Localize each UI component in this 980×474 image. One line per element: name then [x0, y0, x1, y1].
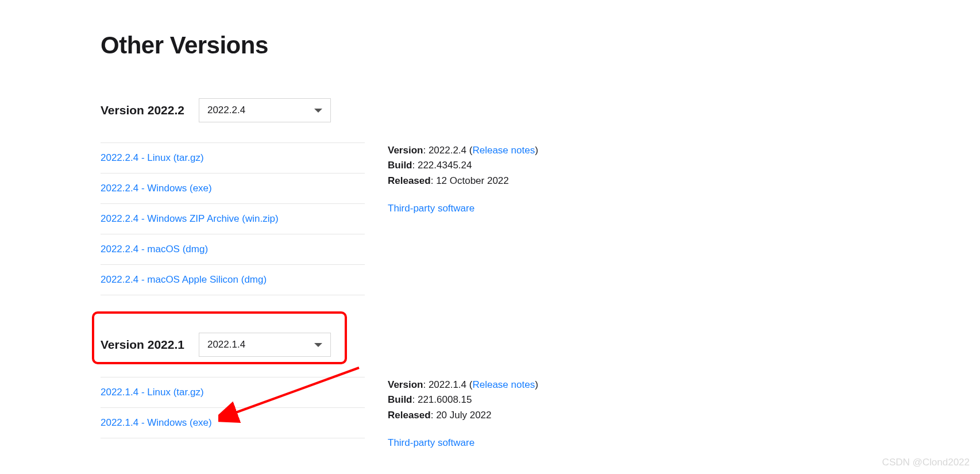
- meta-build-value: 221.6008.15: [418, 394, 472, 405]
- list-item: 2022.1.4 - Windows (exe): [101, 407, 365, 438]
- download-link-macos[interactable]: 2022.2.4 - macOS (dmg): [101, 244, 208, 255]
- third-party-link[interactable]: Third-party software: [388, 437, 474, 448]
- list-item: 2022.2.4 - Linux (tar.gz): [101, 142, 365, 173]
- version-dropdown[interactable]: 2022.2.4: [199, 98, 331, 122]
- download-list: 2022.1.4 - Linux (tar.gz) 2022.1.4 - Win…: [101, 377, 365, 450]
- download-link-windows-exe[interactable]: 2022.2.4 - Windows (exe): [101, 183, 212, 194]
- meta-version-label: Version: [388, 145, 423, 156]
- version-section-2022-2: Version 2022.2 2022.2.4 2022.2.4 - Linux…: [101, 98, 980, 295]
- version-label: Version 2022.1: [101, 338, 184, 352]
- watermark-text: CSDN @Clond2022: [882, 457, 970, 468]
- meta-version-value: 2022.1.4: [429, 379, 466, 390]
- version-section-2022-1: Version 2022.1 2022.1.4 2022.1.4 - Linux…: [101, 333, 980, 450]
- meta-panel: Version: 2022.2.4 (Release notes) Build:…: [388, 142, 538, 295]
- version-dropdown[interactable]: 2022.1.4: [199, 333, 331, 357]
- meta-released-value: 20 July 2022: [436, 410, 491, 421]
- meta-version-label: Version: [388, 379, 423, 390]
- download-link-windows-zip[interactable]: 2022.2.4 - Windows ZIP Archive (win.zip): [101, 213, 279, 224]
- meta-released-label: Released: [388, 410, 431, 421]
- meta-panel: Version: 2022.1.4 (Release notes) Build:…: [388, 377, 538, 450]
- meta-build-label: Build: [388, 160, 412, 171]
- download-list: 2022.2.4 - Linux (tar.gz) 2022.2.4 - Win…: [101, 142, 365, 295]
- meta-build-value: 222.4345.24: [418, 160, 472, 171]
- version-label: Version 2022.2: [101, 103, 184, 117]
- list-item: 2022.1.4 - Linux (tar.gz): [101, 377, 365, 407]
- third-party-link[interactable]: Third-party software: [388, 203, 474, 214]
- dropdown-value: 2022.1.4: [207, 339, 245, 350]
- meta-version-value: 2022.2.4: [429, 145, 466, 156]
- list-item: 2022.2.4 - macOS Apple Silicon (dmg): [101, 264, 365, 295]
- dropdown-value: 2022.2.4: [207, 105, 245, 116]
- release-notes-link[interactable]: Release notes: [472, 145, 535, 156]
- release-notes-link[interactable]: Release notes: [472, 379, 535, 390]
- meta-released-value: 12 October 2022: [436, 175, 509, 186]
- download-link-linux[interactable]: 2022.1.4 - Linux (tar.gz): [101, 387, 204, 398]
- list-item: 2022.2.4 - Windows ZIP Archive (win.zip): [101, 203, 365, 234]
- list-item: 2022.2.4 - macOS (dmg): [101, 234, 365, 264]
- chevron-down-icon: [314, 109, 322, 113]
- meta-released-label: Released: [388, 175, 431, 186]
- page-title: Other Versions: [101, 32, 980, 59]
- download-link-windows-exe[interactable]: 2022.1.4 - Windows (exe): [101, 417, 212, 428]
- chevron-down-icon: [314, 343, 322, 347]
- download-link-macos-silicon[interactable]: 2022.2.4 - macOS Apple Silicon (dmg): [101, 274, 267, 285]
- list-item: 2022.2.4 - Windows (exe): [101, 173, 365, 203]
- download-link-linux[interactable]: 2022.2.4 - Linux (tar.gz): [101, 152, 204, 163]
- meta-build-label: Build: [388, 394, 412, 405]
